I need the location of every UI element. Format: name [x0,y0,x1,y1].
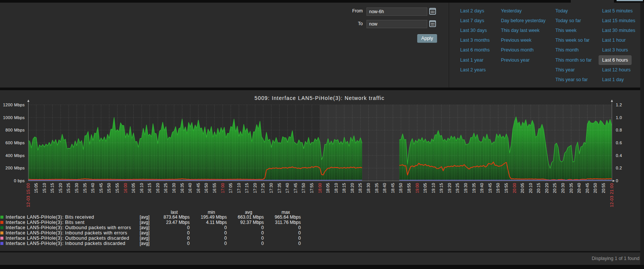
svg-text:20:30: 20:30 [561,183,565,193]
svg-text:18:45: 18:45 [391,183,395,193]
svg-text:18:00: 18:00 [318,183,322,193]
svg-text:18:40: 18:40 [382,183,387,193]
svg-text:1200 Mbps: 1200 Mbps [3,103,25,107]
svg-text:19:45: 19:45 [488,183,492,193]
svg-text:17:20: 17:20 [253,183,257,193]
svg-text:17:05: 17:05 [228,183,233,193]
svg-text:15:40: 15:40 [90,183,95,193]
svg-text:20:40: 20:40 [577,183,581,193]
svg-text:17:15: 17:15 [244,183,249,193]
svg-text:1000 Mbps: 1000 Mbps [3,115,25,120]
svg-text:19:00: 19:00 [415,183,419,193]
svg-text:16:25: 16:25 [163,183,168,193]
svg-text:17:30: 17:30 [269,183,273,193]
svg-text:19:10: 19:10 [431,183,436,193]
svg-text:0.8: 0.8 [616,128,622,132]
svg-text:800 Mbps: 800 Mbps [5,128,25,132]
svg-text:16:15: 16:15 [147,183,152,193]
svg-text:20:15: 20:15 [536,183,541,193]
svg-text:20:05: 20:05 [520,183,525,193]
svg-text:15:05: 15:05 [34,183,38,193]
svg-text:16:50: 16:50 [204,183,208,193]
svg-text:20:00: 20:00 [512,183,517,193]
svg-text:18:30: 18:30 [366,183,371,193]
svg-text:0: 0 [616,178,618,183]
svg-text:18:05: 18:05 [326,183,330,193]
svg-text:15:20: 15:20 [58,183,63,193]
svg-text:15:55: 15:55 [115,183,119,193]
svg-text:17:40: 17:40 [285,183,290,193]
svg-text:19:05: 19:05 [423,183,427,193]
svg-text:19:25: 19:25 [455,183,460,193]
svg-text:20:50: 20:50 [593,183,597,193]
svg-text:18:55: 18:55 [407,183,411,193]
svg-text:15:45: 15:45 [99,183,103,193]
svg-text:5009: Interface LAN5-PiHole(3): 5009: Interface LAN5-PiHole(3): Network … [255,95,385,101]
svg-text:400 Mbps: 400 Mbps [5,153,25,158]
svg-text:0 bps: 0 bps [14,178,25,183]
svg-text:19:20: 19:20 [447,183,452,193]
svg-text:12-03 21:00: 12-03 21:00 [609,183,614,207]
svg-text:20:35: 20:35 [569,183,573,193]
svg-text:18:10: 18:10 [334,183,338,193]
svg-text:16:35: 16:35 [180,183,184,193]
svg-text:19:55: 19:55 [504,183,508,193]
svg-text:20:20: 20:20 [544,183,549,193]
svg-text:17:10: 17:10 [237,183,241,193]
svg-text:18:15: 18:15 [342,183,346,193]
svg-text:0.2: 0.2 [616,166,622,170]
svg-text:15:15: 15:15 [50,183,54,193]
svg-text:0.6: 0.6 [616,141,622,145]
svg-text:17:25: 17:25 [261,183,265,193]
svg-text:18:25: 18:25 [358,183,362,193]
svg-text:15:25: 15:25 [66,183,71,193]
svg-text:16:40: 16:40 [188,183,192,193]
svg-text:16:30: 16:30 [172,183,176,193]
svg-text:18:20: 18:20 [350,183,354,193]
svg-text:19:40: 19:40 [480,183,484,193]
svg-text:17:35: 17:35 [277,183,282,193]
svg-text:19:35: 19:35 [472,183,476,193]
svg-text:18:50: 18:50 [398,183,403,193]
svg-text:19:15: 19:15 [439,183,443,193]
svg-text:18:35: 18:35 [374,183,379,193]
svg-text:20:45: 20:45 [585,183,590,193]
svg-text:200 Mbps: 200 Mbps [5,166,25,170]
svg-text:16:55: 16:55 [212,183,217,193]
svg-text:16:00: 16:00 [123,183,128,193]
svg-text:600 Mbps: 600 Mbps [5,141,25,145]
svg-text:19:50: 19:50 [496,183,500,193]
svg-text:15:35: 15:35 [83,183,87,193]
svg-text:19:30: 19:30 [463,183,468,193]
svg-text:17:50: 17:50 [301,183,306,193]
svg-text:15:10: 15:10 [42,183,47,193]
svg-text:1.0: 1.0 [616,115,622,120]
svg-text:20:25: 20:25 [552,183,557,193]
svg-text:15:50: 15:50 [107,183,111,193]
svg-text:17:45: 17:45 [293,183,298,193]
svg-text:16:10: 16:10 [139,183,144,193]
svg-text:17:55: 17:55 [309,183,314,193]
svg-text:16:20: 16:20 [155,183,160,193]
svg-text:20:10: 20:10 [528,183,533,193]
svg-text:20:55: 20:55 [601,183,606,193]
svg-text:16:05: 16:05 [131,183,136,193]
svg-text:17:00: 17:00 [220,183,225,193]
svg-text:15:30: 15:30 [74,183,79,193]
svg-text:1.2: 1.2 [616,103,622,107]
svg-text:12-03 15:00: 12-03 15:00 [26,183,30,207]
svg-text:16:45: 16:45 [196,183,201,193]
svg-text:0.4: 0.4 [616,153,622,158]
